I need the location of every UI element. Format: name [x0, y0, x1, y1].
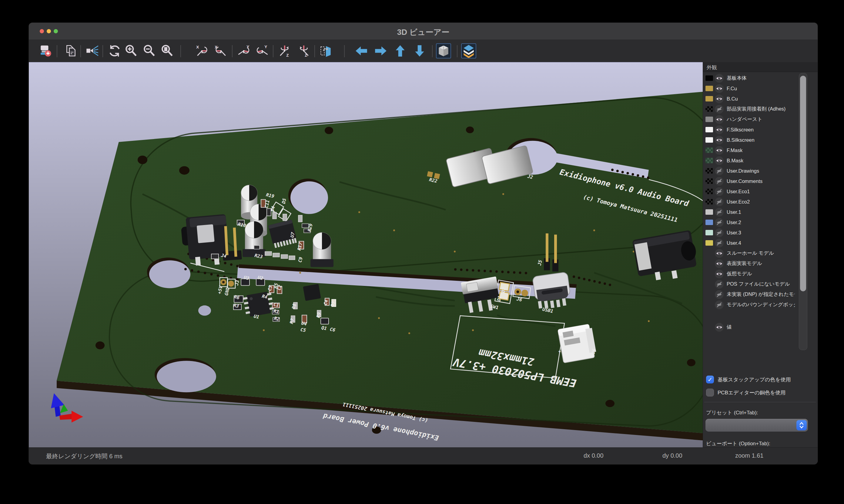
color-swatch[interactable] [705, 147, 713, 153]
move-down-button[interactable] [412, 43, 427, 58]
stepper-icon[interactable] [796, 420, 807, 430]
visibility-off-icon[interactable] [715, 301, 724, 309]
visibility-off-icon[interactable] [715, 239, 724, 248]
svg-text:X: X [214, 45, 217, 49]
rotate-y-ccw-button[interactable]: Y [254, 43, 270, 58]
zoom-to-fit-button[interactable] [160, 43, 175, 58]
visibility-on-icon[interactable] [715, 270, 724, 278]
raytracing-render-button[interactable] [84, 43, 100, 58]
divider [704, 402, 816, 402]
color-swatch[interactable] [705, 209, 713, 215]
redraw-button[interactable] [107, 43, 122, 58]
color-swatch[interactable] [705, 96, 713, 102]
scrollbar-thumb[interactable] [800, 76, 806, 291]
layer-label: F.Cu [727, 86, 737, 91]
copy-image-button[interactable] [64, 43, 79, 58]
titlebar[interactable]: 3D ビューアー [29, 23, 817, 40]
orthographic-projection-button[interactable] [436, 43, 451, 58]
visibility-off-icon[interactable] [715, 218, 724, 227]
move-up-button[interactable] [393, 43, 408, 58]
silkscreen-label: C6 [329, 326, 335, 333]
rotate-z-ccw-button[interactable]: Z [296, 43, 311, 58]
3d-viewport[interactable]: Exidiophone v6.0 Audio Board(c) Tomoya M… [29, 62, 703, 447]
3d-viewer-window: 3D ビューアー X X [29, 23, 817, 464]
status-bar: 最終レンダリング時間 6 ms dx 0.00 dy 0.00 zoom 1.6… [29, 447, 817, 464]
color-swatch[interactable] [705, 220, 713, 225]
checkbox-row-editor-copper[interactable]: PCBエディターの銅色を使用 [706, 389, 786, 396]
layer-label: B.Silkscreen [727, 137, 755, 143]
visibility-off-icon[interactable] [715, 197, 724, 206]
color-swatch[interactable] [705, 158, 713, 163]
color-swatch[interactable] [705, 199, 713, 204]
color-swatch [705, 282, 713, 287]
toolbar: X X Y Y Z Z [29, 40, 817, 62]
checkbox-row-stackup-colors[interactable]: ✓ 基板スタックアップの色を使用 [706, 376, 791, 383]
dx-status: dx 0.00 [584, 452, 604, 459]
color-swatch[interactable] [705, 127, 713, 132]
visibility-on-icon[interactable] [715, 115, 724, 124]
appearance-layers-button[interactable] [461, 43, 476, 58]
export-image-button[interactable] [38, 43, 53, 58]
color-swatch[interactable] [705, 75, 713, 81]
visibility-on-icon[interactable] [715, 94, 724, 103]
silkscreen-label: U2 [257, 275, 263, 281]
rotate-x-ccw-button[interactable]: X [213, 43, 228, 58]
visibility-off-icon[interactable] [715, 167, 724, 175]
rotate-z-cw-button[interactable]: Z [277, 43, 293, 58]
silkscreen-label: R4 [261, 293, 268, 300]
silkscreen-label: U4 [301, 321, 307, 327]
scrollbar-track[interactable] [799, 73, 807, 350]
silkscreen-label: R8 [291, 303, 297, 309]
rotate-x-cw-button[interactable]: X [195, 43, 210, 58]
layer-label: 仮想モデル [727, 270, 752, 277]
color-swatch[interactable] [705, 137, 713, 143]
color-swatch[interactable] [705, 116, 713, 122]
color-swatch[interactable] [705, 106, 713, 112]
checkbox-checked-icon[interactable]: ✓ [706, 376, 714, 383]
silkscreen-label: J3 [234, 280, 240, 286]
zoom-out-button[interactable] [142, 43, 157, 58]
silkscreen-label: U6 [590, 348, 597, 355]
visibility-off-icon[interactable] [715, 105, 724, 113]
visibility-on-icon[interactable] [715, 74, 724, 83]
visibility-on-icon[interactable] [715, 84, 724, 93]
visibility-on-icon[interactable] [715, 125, 724, 134]
layer-label: 未実装 (DNP) が指定されたモデル [727, 291, 795, 298]
color-swatch[interactable] [705, 189, 713, 194]
visibility-off-icon[interactable] [715, 280, 724, 289]
visibility-off-icon[interactable] [715, 228, 724, 237]
visibility-on-icon[interactable] [715, 323, 724, 332]
flip-board-button[interactable] [318, 43, 333, 58]
rotate-y-cw-button[interactable]: Y [237, 43, 252, 58]
silkscreen-label: D5 [281, 198, 288, 204]
layer-label: 基板本体 [727, 75, 747, 82]
color-swatch [705, 251, 713, 256]
color-swatch[interactable] [705, 178, 713, 184]
move-right-button[interactable] [373, 43, 389, 58]
visibility-off-icon[interactable] [715, 187, 724, 196]
silkscreen-label: D3 [329, 301, 336, 307]
silkscreen-label: Q1 [321, 325, 327, 331]
visibility-on-icon[interactable] [715, 156, 724, 165]
preset-dropdown[interactable] [705, 419, 808, 432]
pcb-3d-scene: Exidiophone v6.0 Audio Board(c) Tomoya M… [29, 62, 703, 447]
color-swatch[interactable] [705, 230, 713, 235]
visibility-off-icon[interactable] [715, 177, 724, 186]
preset-label: プリセット (Ctrl+Tab): [706, 409, 758, 416]
visibility-off-icon[interactable] [715, 208, 724, 217]
silkscreen-label: C9 [297, 256, 304, 263]
color-swatch[interactable] [705, 168, 713, 174]
color-swatch[interactable] [705, 240, 713, 246]
move-left-button[interactable] [354, 43, 369, 58]
visibility-off-icon[interactable] [715, 290, 724, 299]
visibility-on-icon[interactable] [715, 136, 724, 144]
color-swatch[interactable] [705, 86, 713, 91]
checkbox-unchecked-icon[interactable] [706, 389, 714, 396]
zoom-in-button[interactable] [124, 43, 139, 58]
visibility-on-icon[interactable] [715, 259, 724, 268]
visibility-on-icon[interactable] [715, 249, 724, 258]
visibility-on-icon[interactable] [715, 146, 724, 155]
checkbox-label: 基板スタックアップの色を使用 [718, 376, 791, 383]
layer-label: B.Mask [727, 158, 743, 164]
svg-text:Y: Y [246, 44, 249, 49]
